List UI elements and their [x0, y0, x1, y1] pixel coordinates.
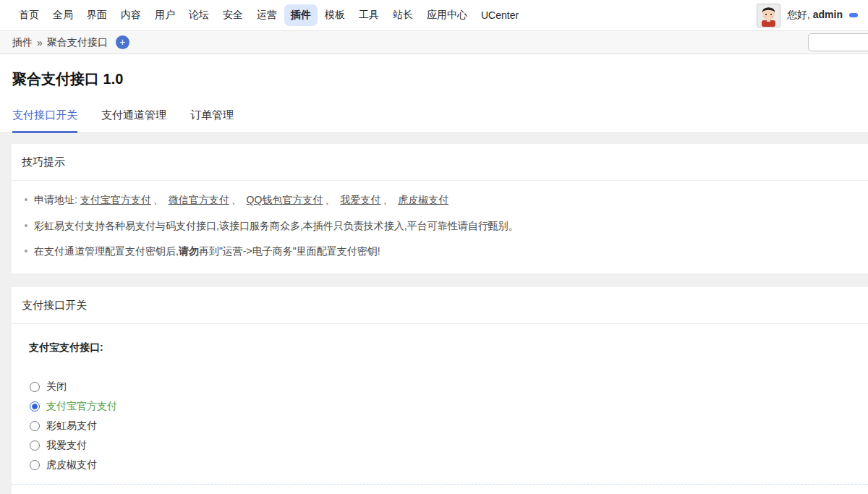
breadcrumb-separator: »	[37, 37, 43, 48]
nav-item-app-center[interactable]: 应用中心	[420, 4, 474, 26]
alipay-option-close[interactable]: 关闭	[30, 377, 858, 396]
nav-item-forum[interactable]: 论坛	[182, 4, 216, 26]
radio-unchecked-icon[interactable]	[30, 440, 40, 451]
user-greeting: 您好, admin	[787, 9, 843, 22]
radio-checked-icon[interactable]	[30, 401, 40, 412]
link-separator: 、	[383, 194, 393, 205]
alipay-option-woai-label: 我爱支付	[46, 439, 87, 452]
page-title: 聚合支付接口 1.0	[0, 54, 868, 89]
key-note-pre: 在支付通道管理配置支付密钥后,	[34, 245, 179, 257]
avatar-image	[757, 4, 780, 27]
radio-unchecked-icon[interactable]	[30, 421, 40, 431]
alipay-option-rainbow-label: 彩虹易支付	[46, 420, 97, 433]
search-input[interactable]	[808, 33, 868, 51]
tip-rainbow-text: 彩虹易支付支持各种易支付与码支付接口,该接口服务商众多,本插件只负责技术接入,平…	[34, 218, 519, 234]
nav-item-plugins[interactable]: 插件	[284, 4, 318, 26]
tip-apply-addresses: 申请地址: 支付宝官方支付、 微信官方支付、 QQ钱包官方支付、 我爱支付、 虎…	[22, 187, 858, 213]
tip-apply-text: 申请地址: 支付宝官方支付、 微信官方支付、 QQ钱包官方支付、 我爱支付、 虎…	[34, 192, 448, 208]
nav-item-home[interactable]: 首页	[12, 4, 46, 26]
tip-rainbow-pay-note: 彩虹易支付支持各种易支付与码支付接口,该接口服务商众多,本插件只负责技术接入,平…	[22, 213, 858, 239]
nav-item-security[interactable]: 安全	[216, 4, 250, 26]
link-hupijiao-pay[interactable]: 虎皮椒支付	[398, 194, 448, 205]
link-woai-pay[interactable]: 我爱支付	[340, 194, 380, 205]
alipay-option-official-label: 支付宝官方支付	[46, 400, 117, 413]
payment-switch-body: 支付宝支付接口: 关闭 支付宝官方支付 彩虹易支付 我爱支付	[12, 324, 868, 494]
main-content: 技巧提示 申请地址: 支付宝官方支付、 微信官方支付、 QQ钱包官方支付、 我爱…	[0, 133, 868, 494]
radio-unchecked-icon[interactable]	[30, 382, 40, 392]
tips-card: 技巧提示 申请地址: 支付宝官方支付、 微信官方支付、 QQ钱包官方支付、 我爱…	[12, 144, 868, 273]
link-wechat-official[interactable]: 微信官方支付	[169, 194, 229, 205]
nav-item-global[interactable]: 全局	[46, 4, 80, 26]
tab-channel-management[interactable]: 支付通道管理	[101, 108, 166, 133]
nav-item-templates[interactable]: 模板	[318, 4, 352, 26]
breadcrumb-bar: 插件 » 聚合支付接口 +	[0, 31, 868, 54]
logout-button[interactable]	[849, 13, 858, 17]
nav-item-webmaster[interactable]: 站长	[386, 4, 420, 26]
greeting-text: 您好,	[787, 9, 810, 20]
bullet-icon	[25, 224, 27, 227]
nav-item-content[interactable]: 内容	[114, 4, 148, 26]
link-separator: 、	[325, 194, 335, 205]
user-avatar[interactable]	[757, 4, 780, 27]
nav-item-interface[interactable]: 界面	[80, 4, 114, 26]
tab-bar: 支付接口开关 支付通道管理 订单管理	[0, 89, 868, 133]
tab-payment-switch[interactable]: 支付接口开关	[12, 108, 77, 133]
alipay-option-hupijiao[interactable]: 虎皮椒支付	[30, 455, 858, 474]
radio-unchecked-icon[interactable]	[30, 460, 40, 470]
key-note-bold: 请勿	[179, 245, 199, 257]
breadcrumb-section-plugins[interactable]: 插件	[12, 36, 33, 49]
alipay-interface-label: 支付宝支付接口:	[29, 324, 858, 354]
nav-item-tools[interactable]: 工具	[352, 4, 386, 26]
topnav-user-area: 您好, admin	[757, 4, 858, 27]
bullet-icon	[25, 198, 27, 201]
link-separator: 、	[231, 194, 242, 205]
alipay-option-close-label: 关闭	[46, 380, 67, 393]
username: admin	[813, 9, 843, 20]
key-note-post: 再到"运营->电子商务"里面配置支付密钥!	[199, 245, 380, 257]
tip-secret-key-note: 在支付通道管理配置支付密钥后,请勿再到"运营->电子商务"里面配置支付密钥!	[22, 239, 858, 265]
top-navigation: 首页 全局 界面 内容 用户 论坛 安全 运营 插件 模板 工具 站长 应用中心…	[0, 0, 868, 31]
tab-order-management[interactable]: 订单管理	[190, 108, 234, 133]
nav-item-ucenter[interactable]: UCenter	[475, 5, 525, 25]
alipay-option-rainbow[interactable]: 彩虹易支付	[30, 416, 858, 435]
tips-list: 申请地址: 支付宝官方支付、 微信官方支付、 QQ钱包官方支付、 我爱支付、 虎…	[12, 181, 868, 273]
tip-key-text: 在支付通道管理配置支付密钥后,请勿再到"运营->电子商务"里面配置支付密钥!	[34, 244, 380, 260]
nav-item-operation[interactable]: 运营	[250, 4, 284, 26]
nav-item-users[interactable]: 用户	[148, 4, 182, 26]
wechat-interface-label: 微信支付接口:	[29, 485, 858, 494]
link-qq-wallet-official[interactable]: QQ钱包官方支付	[247, 194, 323, 205]
tips-card-title: 技巧提示	[12, 144, 868, 181]
page-header: 聚合支付接口 1.0 支付接口开关 支付通道管理 订单管理	[0, 54, 868, 133]
alipay-option-woai[interactable]: 我爱支付	[30, 435, 858, 455]
breadcrumb-current-page: 聚合支付接口	[47, 36, 108, 49]
add-plugin-button[interactable]: +	[116, 35, 129, 49]
bullet-icon	[25, 250, 27, 252]
alipay-option-official[interactable]: 支付宝官方支付	[30, 396, 858, 416]
link-separator: 、	[153, 194, 163, 205]
payment-switch-title: 支付接口开关	[12, 287, 868, 324]
alipay-option-hupijiao-label: 虎皮椒支付	[46, 459, 97, 472]
payment-switch-card: 支付接口开关 支付宝支付接口: 关闭 支付宝官方支付 彩虹易支付 我	[12, 287, 868, 494]
link-alipay-official[interactable]: 支付宝官方支付	[80, 194, 151, 205]
apply-prefix: 申请地址:	[34, 194, 77, 205]
alipay-option-list: 关闭 支付宝官方支付 彩虹易支付 我爱支付 虎皮椒支付	[30, 377, 858, 474]
